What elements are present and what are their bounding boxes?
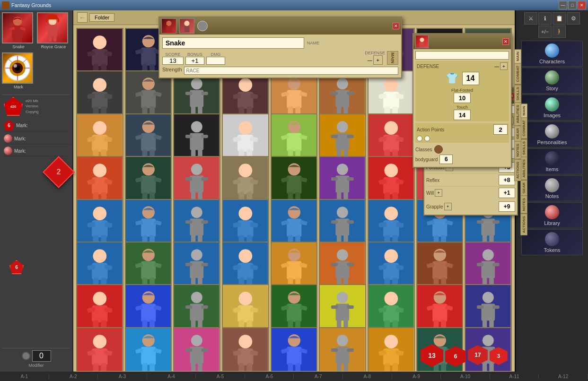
die-4[interactable]: 3: [490, 347, 508, 365]
portrait-cell[interactable]: [222, 156, 269, 203]
portrait-cell[interactable]: [125, 156, 172, 203]
portrait-cell[interactable]: [173, 327, 220, 371]
tab-actions[interactable]: ACTIONS: [514, 159, 521, 181]
snake-name-input[interactable]: [162, 37, 304, 49]
tokens-nav-btn[interactable]: Tokens: [521, 229, 583, 255]
portrait-cell[interactable]: [173, 199, 220, 246]
tab-main[interactable]: MAIN: [514, 49, 521, 63]
library-nav-btn[interactable]: Library: [521, 202, 583, 228]
portrait-cell[interactable]: [271, 327, 318, 371]
defense-plus-btn[interactable]: +: [373, 55, 383, 65]
portrait-cell[interactable]: [319, 113, 366, 161]
will-plus[interactable]: +: [435, 189, 442, 197]
minimize-button[interactable]: —: [559, 1, 567, 9]
list-icon-btn[interactable]: 📋: [553, 12, 566, 25]
portrait-cell[interactable]: [125, 327, 172, 371]
defense-plus[interactable]: +: [500, 62, 508, 70]
portrait-cell[interactable]: [368, 199, 415, 246]
portrait-cell[interactable]: [173, 242, 220, 289]
portrait-cell[interactable]: [416, 284, 464, 331]
score-input[interactable]: [162, 57, 184, 65]
portrait-cell[interactable]: [173, 284, 220, 331]
mark-tab-skills[interactable]: SKILLS: [520, 139, 527, 157]
royce-token[interactable]: Royce Grace: [37, 12, 70, 49]
portrait-cell[interactable]: [319, 327, 366, 371]
portrait-cell[interactable]: [271, 113, 318, 161]
mark-tab-notes[interactable]: NOTES: [520, 196, 527, 214]
mark-token[interactable]: Mark: [2, 52, 35, 89]
tab-combat[interactable]: COMBAT: [514, 63, 521, 85]
royce-sheet-close[interactable]: ✕: [502, 38, 509, 45]
characters-nav-btn[interactable]: Characters: [521, 41, 583, 67]
portrait-cell[interactable]: [76, 199, 123, 246]
die-2[interactable]: 6: [445, 346, 466, 367]
portrait-cell[interactable]: [368, 284, 415, 331]
items-nav-btn[interactable]: Items: [521, 148, 583, 174]
person-icon-btn[interactable]: 🚶: [553, 26, 566, 38]
portrait-cell[interactable]: [368, 327, 415, 371]
portrait-cell[interactable]: [271, 156, 318, 203]
race-input[interactable]: [184, 67, 398, 75]
portrait-cell[interactable]: [76, 327, 123, 371]
snake-token[interactable]: Snake: [2, 12, 35, 49]
settings-icon-btn[interactable]: ⚙: [567, 12, 580, 25]
royce-name-input[interactable]: [415, 51, 509, 60]
tab-skills[interactable]: SKILLS: [514, 85, 521, 103]
portrait-cell[interactable]: [222, 113, 269, 161]
portrait-cell[interactable]: [76, 156, 123, 203]
portrait-cell[interactable]: [76, 70, 123, 118]
portrait-cell[interactable]: [368, 242, 415, 289]
portrait-cell[interactable]: [465, 242, 512, 289]
portrait-cell[interactable]: [271, 199, 318, 246]
portrait-cell[interactable]: [416, 242, 464, 289]
portrait-cell[interactable]: [368, 113, 415, 161]
mark-tab-abilities[interactable]: ABILITIES: [520, 157, 527, 180]
portrait-cell[interactable]: [465, 284, 512, 331]
portrait-cell[interactable]: [125, 199, 172, 246]
tab-gear[interactable]: GEAR: [514, 126, 521, 141]
main-tab[interactable]: MAIN: [387, 51, 398, 65]
portrait-cell[interactable]: [222, 284, 269, 331]
images-nav-btn[interactable]: Images: [521, 95, 583, 121]
maximize-button[interactable]: □: [568, 1, 577, 9]
tab-notes[interactable]: NOTES: [514, 141, 521, 159]
folder-button[interactable]: Folder: [89, 13, 114, 22]
close-button[interactable]: ✕: [578, 1, 586, 9]
die-1[interactable]: 13: [421, 344, 443, 367]
back-button[interactable]: ←: [77, 12, 88, 23]
portrait-cell[interactable]: [222, 199, 269, 246]
portrait-cell[interactable]: [222, 327, 269, 371]
mark-tab-actions[interactable]: ACTIONS: [520, 214, 527, 235]
die-3[interactable]: 17: [468, 345, 488, 365]
mark-tab-combat[interactable]: COMBAT: [520, 118, 527, 139]
portrait-cell[interactable]: [222, 242, 269, 289]
portrait-cell[interactable]: [125, 242, 172, 289]
portrait-cell[interactable]: [368, 156, 415, 203]
tab-abilities[interactable]: ABILITIES: [514, 103, 521, 126]
portrait-cell[interactable]: [173, 156, 220, 203]
portrait-cell[interactable]: [319, 199, 366, 246]
portrait-cell[interactable]: [125, 284, 172, 331]
story-nav-btn[interactable]: Story: [521, 68, 583, 94]
mark-tab-gear[interactable]: GEAR: [520, 180, 527, 196]
mark-tab-main[interactable]: MAIN: [520, 104, 527, 118]
plusminus-icon-btn[interactable]: +/−: [538, 26, 552, 38]
portrait-cell[interactable]: [271, 284, 318, 331]
snake-sheet-close[interactable]: ✕: [393, 23, 399, 29]
portrait-cell[interactable]: [319, 156, 366, 203]
notes-nav-btn[interactable]: Notes: [521, 175, 583, 201]
portrait-cell[interactable]: [173, 113, 220, 161]
info-icon-btn[interactable]: ℹ: [538, 12, 552, 25]
grapple-plus[interactable]: +: [444, 203, 452, 210]
personalities-nav-btn[interactable]: Personalities: [521, 121, 583, 147]
bonus-input[interactable]: [185, 57, 204, 65]
portrait-cell[interactable]: [271, 242, 318, 289]
portrait-cell[interactable]: [319, 242, 366, 289]
portrait-cell[interactable]: [76, 113, 123, 161]
dmg-input[interactable]: [206, 57, 225, 65]
portrait-cell[interactable]: [76, 242, 123, 289]
characters-icon-btn[interactable]: ⚔: [524, 12, 537, 25]
portrait-cell[interactable]: [125, 113, 172, 161]
portrait-cell[interactable]: [76, 284, 123, 331]
portrait-cell[interactable]: [319, 284, 366, 331]
